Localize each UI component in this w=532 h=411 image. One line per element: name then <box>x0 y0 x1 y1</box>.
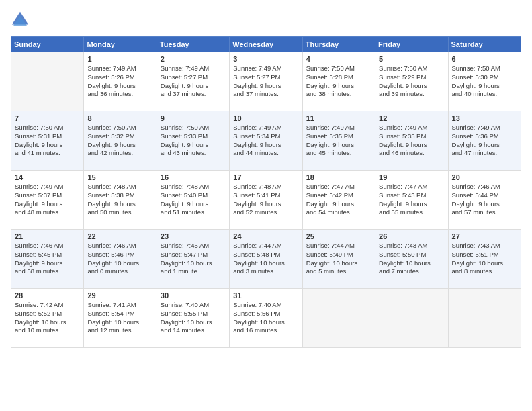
day-info: Sunrise: 7:46 AM Sunset: 5:44 PM Dayligh… <box>452 183 517 217</box>
day-info: Sunrise: 7:50 AM Sunset: 5:28 PM Dayligh… <box>306 64 371 99</box>
day-info: Sunrise: 7:40 AM Sunset: 5:55 PM Dayligh… <box>161 301 226 335</box>
calendar-cell: 8Sunrise: 7:50 AM Sunset: 5:32 PM Daylig… <box>84 111 157 171</box>
day-info: Sunrise: 7:47 AM Sunset: 5:43 PM Dayligh… <box>379 183 444 217</box>
day-number: 22 <box>87 232 152 240</box>
day-number: 8 <box>87 114 152 122</box>
day-number: 4 <box>306 55 371 63</box>
calendar-cell: 2Sunrise: 7:49 AM Sunset: 5:27 PM Daylig… <box>157 52 229 111</box>
day-info: Sunrise: 7:43 AM Sunset: 5:51 PM Dayligh… <box>452 242 517 276</box>
calendar-cell: 28Sunrise: 7:42 AM Sunset: 5:52 PM Dayli… <box>11 289 84 348</box>
day-number: 12 <box>379 114 444 122</box>
weekday-sunday: Sunday <box>11 37 84 52</box>
page: SundayMondayTuesdayWednesdayThursdayFrid… <box>0 0 532 411</box>
day-info: Sunrise: 7:50 AM Sunset: 5:29 PM Dayligh… <box>379 64 444 99</box>
day-info: Sunrise: 7:46 AM Sunset: 5:45 PM Dayligh… <box>15 242 80 276</box>
week-row-4: 21Sunrise: 7:46 AM Sunset: 5:45 PM Dayli… <box>11 230 521 289</box>
day-info: Sunrise: 7:44 AM Sunset: 5:48 PM Dayligh… <box>233 242 298 276</box>
day-info: Sunrise: 7:44 AM Sunset: 5:49 PM Dayligh… <box>306 242 371 276</box>
calendar-cell: 19Sunrise: 7:47 AM Sunset: 5:43 PM Dayli… <box>375 171 448 230</box>
week-row-5: 28Sunrise: 7:42 AM Sunset: 5:52 PM Dayli… <box>11 289 521 348</box>
header <box>11 11 521 30</box>
day-number: 5 <box>379 55 444 63</box>
calendar-cell: 24Sunrise: 7:44 AM Sunset: 5:48 PM Dayli… <box>230 230 302 289</box>
day-number: 24 <box>233 232 298 240</box>
day-number: 1 <box>87 55 152 63</box>
day-number: 2 <box>161 55 226 63</box>
calendar-cell: 3Sunrise: 7:49 AM Sunset: 5:27 PM Daylig… <box>230 52 302 111</box>
day-number: 26 <box>379 232 444 240</box>
calendar-cell: 16Sunrise: 7:48 AM Sunset: 5:40 PM Dayli… <box>157 171 229 230</box>
day-number: 27 <box>452 232 517 240</box>
day-number: 19 <box>379 173 444 181</box>
day-info: Sunrise: 7:49 AM Sunset: 5:27 PM Dayligh… <box>161 64 226 99</box>
calendar-cell: 4Sunrise: 7:50 AM Sunset: 5:28 PM Daylig… <box>302 52 375 111</box>
day-info: Sunrise: 7:45 AM Sunset: 5:47 PM Dayligh… <box>161 242 226 276</box>
day-number: 17 <box>233 173 298 181</box>
calendar-cell <box>11 52 84 111</box>
calendar-cell: 7Sunrise: 7:50 AM Sunset: 5:31 PM Daylig… <box>11 111 84 171</box>
day-info: Sunrise: 7:40 AM Sunset: 5:56 PM Dayligh… <box>233 301 298 335</box>
day-info: Sunrise: 7:49 AM Sunset: 5:36 PM Dayligh… <box>452 124 517 158</box>
day-number: 7 <box>15 114 80 122</box>
calendar-cell: 30Sunrise: 7:40 AM Sunset: 5:55 PM Dayli… <box>157 289 229 348</box>
day-info: Sunrise: 7:48 AM Sunset: 5:38 PM Dayligh… <box>87 183 152 217</box>
day-info: Sunrise: 7:49 AM Sunset: 5:35 PM Dayligh… <box>379 124 444 158</box>
calendar-cell: 17Sunrise: 7:48 AM Sunset: 5:41 PM Dayli… <box>230 171 302 230</box>
day-info: Sunrise: 7:48 AM Sunset: 5:41 PM Dayligh… <box>233 183 298 217</box>
day-number: 28 <box>15 291 80 300</box>
calendar-cell: 11Sunrise: 7:49 AM Sunset: 5:35 PM Dayli… <box>302 111 375 171</box>
calendar-table: SundayMondayTuesdayWednesdayThursdayFrid… <box>11 36 521 348</box>
day-info: Sunrise: 7:48 AM Sunset: 5:40 PM Dayligh… <box>161 183 226 217</box>
calendar-cell: 23Sunrise: 7:45 AM Sunset: 5:47 PM Dayli… <box>157 230 229 289</box>
calendar-cell: 21Sunrise: 7:46 AM Sunset: 5:45 PM Dayli… <box>11 230 84 289</box>
day-info: Sunrise: 7:49 AM Sunset: 5:37 PM Dayligh… <box>15 183 80 217</box>
weekday-header-row: SundayMondayTuesdayWednesdayThursdayFrid… <box>11 37 521 52</box>
day-info: Sunrise: 7:41 AM Sunset: 5:54 PM Dayligh… <box>87 301 152 335</box>
day-number: 31 <box>233 291 298 300</box>
day-number: 15 <box>87 173 152 181</box>
day-number: 6 <box>452 55 517 63</box>
day-number: 16 <box>161 173 226 181</box>
calendar-cell: 12Sunrise: 7:49 AM Sunset: 5:35 PM Dayli… <box>375 111 448 171</box>
weekday-wednesday: Wednesday <box>230 37 302 52</box>
calendar-cell: 10Sunrise: 7:49 AM Sunset: 5:34 PM Dayli… <box>230 111 302 171</box>
calendar-cell: 13Sunrise: 7:49 AM Sunset: 5:36 PM Dayli… <box>448 111 521 171</box>
calendar-cell: 15Sunrise: 7:48 AM Sunset: 5:38 PM Dayli… <box>84 171 157 230</box>
day-info: Sunrise: 7:49 AM Sunset: 5:34 PM Dayligh… <box>233 124 298 158</box>
calendar-cell: 26Sunrise: 7:43 AM Sunset: 5:50 PM Dayli… <box>375 230 448 289</box>
day-info: Sunrise: 7:49 AM Sunset: 5:35 PM Dayligh… <box>306 124 371 158</box>
calendar-cell <box>448 289 521 348</box>
day-number: 3 <box>233 55 298 63</box>
day-number: 25 <box>306 232 371 240</box>
day-info: Sunrise: 7:50 AM Sunset: 5:30 PM Dayligh… <box>452 64 517 99</box>
calendar-cell <box>302 289 375 348</box>
weekday-tuesday: Tuesday <box>157 37 229 52</box>
weekday-thursday: Thursday <box>302 37 375 52</box>
day-number: 21 <box>15 232 80 240</box>
calendar-cell <box>375 289 448 348</box>
logo <box>11 11 32 30</box>
weekday-friday: Friday <box>375 37 448 52</box>
calendar-cell: 27Sunrise: 7:43 AM Sunset: 5:51 PM Dayli… <box>448 230 521 289</box>
day-info: Sunrise: 7:46 AM Sunset: 5:46 PM Dayligh… <box>87 242 152 276</box>
day-number: 14 <box>15 173 80 181</box>
weekday-saturday: Saturday <box>448 37 521 52</box>
day-info: Sunrise: 7:42 AM Sunset: 5:52 PM Dayligh… <box>15 301 80 335</box>
day-info: Sunrise: 7:49 AM Sunset: 5:26 PM Dayligh… <box>87 64 152 99</box>
week-row-1: 1Sunrise: 7:49 AM Sunset: 5:26 PM Daylig… <box>11 52 521 111</box>
calendar-cell: 14Sunrise: 7:49 AM Sunset: 5:37 PM Dayli… <box>11 171 84 230</box>
calendar-cell: 20Sunrise: 7:46 AM Sunset: 5:44 PM Dayli… <box>448 171 521 230</box>
day-info: Sunrise: 7:50 AM Sunset: 5:31 PM Dayligh… <box>15 124 80 158</box>
week-row-3: 14Sunrise: 7:49 AM Sunset: 5:37 PM Dayli… <box>11 171 521 230</box>
week-row-2: 7Sunrise: 7:50 AM Sunset: 5:31 PM Daylig… <box>11 111 521 171</box>
day-number: 13 <box>452 114 517 122</box>
weekday-monday: Monday <box>84 37 157 52</box>
calendar-cell: 18Sunrise: 7:47 AM Sunset: 5:42 PM Dayli… <box>302 171 375 230</box>
day-number: 20 <box>452 173 517 181</box>
day-info: Sunrise: 7:47 AM Sunset: 5:42 PM Dayligh… <box>306 183 371 217</box>
day-number: 30 <box>161 291 226 300</box>
calendar-cell: 29Sunrise: 7:41 AM Sunset: 5:54 PM Dayli… <box>84 289 157 348</box>
calendar-cell: 1Sunrise: 7:49 AM Sunset: 5:26 PM Daylig… <box>84 52 157 111</box>
calendar-cell: 22Sunrise: 7:46 AM Sunset: 5:46 PM Dayli… <box>84 230 157 289</box>
calendar-cell: 25Sunrise: 7:44 AM Sunset: 5:49 PM Dayli… <box>302 230 375 289</box>
